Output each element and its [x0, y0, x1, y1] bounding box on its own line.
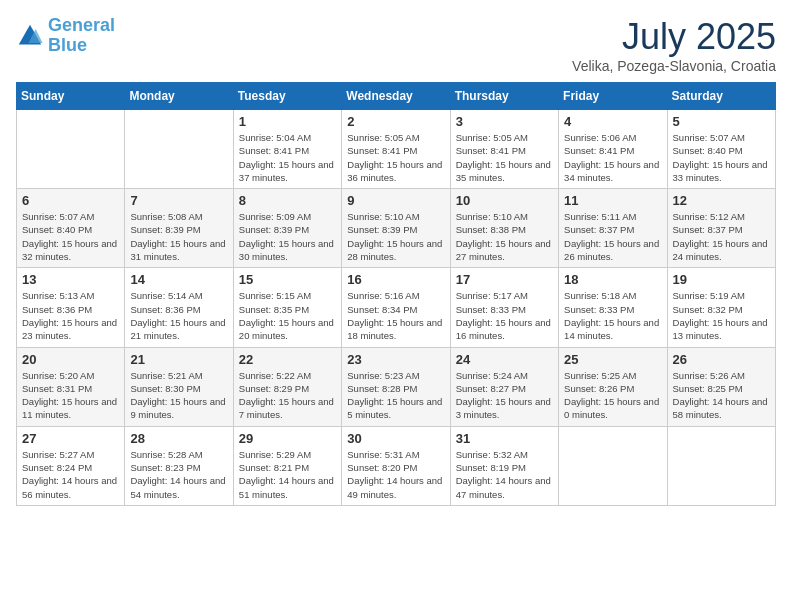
day-info: Sunrise: 5:20 AM Sunset: 8:31 PM Dayligh… — [22, 369, 119, 422]
day-info: Sunrise: 5:17 AM Sunset: 8:33 PM Dayligh… — [456, 289, 553, 342]
day-number: 24 — [456, 352, 553, 367]
calendar-cell: 25Sunrise: 5:25 AM Sunset: 8:26 PM Dayli… — [559, 347, 667, 426]
day-number: 19 — [673, 272, 770, 287]
calendar-cell — [559, 426, 667, 505]
day-number: 23 — [347, 352, 444, 367]
day-info: Sunrise: 5:32 AM Sunset: 8:19 PM Dayligh… — [456, 448, 553, 501]
day-info: Sunrise: 5:25 AM Sunset: 8:26 PM Dayligh… — [564, 369, 661, 422]
calendar-week-row: 1Sunrise: 5:04 AM Sunset: 8:41 PM Daylig… — [17, 110, 776, 189]
day-number: 9 — [347, 193, 444, 208]
day-info: Sunrise: 5:18 AM Sunset: 8:33 PM Dayligh… — [564, 289, 661, 342]
day-number: 12 — [673, 193, 770, 208]
day-number: 5 — [673, 114, 770, 129]
day-info: Sunrise: 5:16 AM Sunset: 8:34 PM Dayligh… — [347, 289, 444, 342]
calendar-cell: 7Sunrise: 5:08 AM Sunset: 8:39 PM Daylig… — [125, 189, 233, 268]
day-number: 26 — [673, 352, 770, 367]
weekday-header-cell: Saturday — [667, 83, 775, 110]
calendar-week-row: 27Sunrise: 5:27 AM Sunset: 8:24 PM Dayli… — [17, 426, 776, 505]
calendar-cell: 11Sunrise: 5:11 AM Sunset: 8:37 PM Dayli… — [559, 189, 667, 268]
day-number: 27 — [22, 431, 119, 446]
day-number: 22 — [239, 352, 336, 367]
day-number: 10 — [456, 193, 553, 208]
day-number: 18 — [564, 272, 661, 287]
calendar-cell: 10Sunrise: 5:10 AM Sunset: 8:38 PM Dayli… — [450, 189, 558, 268]
day-info: Sunrise: 5:07 AM Sunset: 8:40 PM Dayligh… — [22, 210, 119, 263]
logo-icon — [16, 22, 44, 50]
day-info: Sunrise: 5:11 AM Sunset: 8:37 PM Dayligh… — [564, 210, 661, 263]
day-info: Sunrise: 5:08 AM Sunset: 8:39 PM Dayligh… — [130, 210, 227, 263]
day-info: Sunrise: 5:14 AM Sunset: 8:36 PM Dayligh… — [130, 289, 227, 342]
calendar-cell: 23Sunrise: 5:23 AM Sunset: 8:28 PM Dayli… — [342, 347, 450, 426]
weekday-header-cell: Monday — [125, 83, 233, 110]
day-info: Sunrise: 5:26 AM Sunset: 8:25 PM Dayligh… — [673, 369, 770, 422]
weekday-header-row: SundayMondayTuesdayWednesdayThursdayFrid… — [17, 83, 776, 110]
day-number: 20 — [22, 352, 119, 367]
day-number: 17 — [456, 272, 553, 287]
calendar-cell: 13Sunrise: 5:13 AM Sunset: 8:36 PM Dayli… — [17, 268, 125, 347]
day-number: 25 — [564, 352, 661, 367]
calendar-cell: 22Sunrise: 5:22 AM Sunset: 8:29 PM Dayli… — [233, 347, 341, 426]
calendar-cell: 20Sunrise: 5:20 AM Sunset: 8:31 PM Dayli… — [17, 347, 125, 426]
day-info: Sunrise: 5:05 AM Sunset: 8:41 PM Dayligh… — [347, 131, 444, 184]
day-info: Sunrise: 5:31 AM Sunset: 8:20 PM Dayligh… — [347, 448, 444, 501]
calendar-cell: 31Sunrise: 5:32 AM Sunset: 8:19 PM Dayli… — [450, 426, 558, 505]
day-info: Sunrise: 5:23 AM Sunset: 8:28 PM Dayligh… — [347, 369, 444, 422]
calendar-cell: 26Sunrise: 5:26 AM Sunset: 8:25 PM Dayli… — [667, 347, 775, 426]
day-number: 31 — [456, 431, 553, 446]
day-number: 29 — [239, 431, 336, 446]
logo-text: General Blue — [48, 16, 115, 56]
logo-general: General — [48, 15, 115, 35]
logo-blue: Blue — [48, 35, 87, 55]
day-number: 13 — [22, 272, 119, 287]
calendar-cell: 17Sunrise: 5:17 AM Sunset: 8:33 PM Dayli… — [450, 268, 558, 347]
calendar-cell: 15Sunrise: 5:15 AM Sunset: 8:35 PM Dayli… — [233, 268, 341, 347]
calendar-week-row: 20Sunrise: 5:20 AM Sunset: 8:31 PM Dayli… — [17, 347, 776, 426]
calendar-body: 1Sunrise: 5:04 AM Sunset: 8:41 PM Daylig… — [17, 110, 776, 506]
calendar-cell: 6Sunrise: 5:07 AM Sunset: 8:40 PM Daylig… — [17, 189, 125, 268]
day-info: Sunrise: 5:07 AM Sunset: 8:40 PM Dayligh… — [673, 131, 770, 184]
calendar-cell: 21Sunrise: 5:21 AM Sunset: 8:30 PM Dayli… — [125, 347, 233, 426]
calendar-cell: 30Sunrise: 5:31 AM Sunset: 8:20 PM Dayli… — [342, 426, 450, 505]
calendar-cell: 3Sunrise: 5:05 AM Sunset: 8:41 PM Daylig… — [450, 110, 558, 189]
title-area: July 2025 Velika, Pozega-Slavonia, Croat… — [572, 16, 776, 74]
day-number: 1 — [239, 114, 336, 129]
day-number: 4 — [564, 114, 661, 129]
header: General Blue July 2025 Velika, Pozega-Sl… — [16, 16, 776, 74]
weekday-header-cell: Friday — [559, 83, 667, 110]
day-info: Sunrise: 5:06 AM Sunset: 8:41 PM Dayligh… — [564, 131, 661, 184]
day-info: Sunrise: 5:21 AM Sunset: 8:30 PM Dayligh… — [130, 369, 227, 422]
weekday-header-cell: Tuesday — [233, 83, 341, 110]
day-number: 14 — [130, 272, 227, 287]
day-info: Sunrise: 5:13 AM Sunset: 8:36 PM Dayligh… — [22, 289, 119, 342]
month-title: July 2025 — [572, 16, 776, 58]
day-info: Sunrise: 5:10 AM Sunset: 8:38 PM Dayligh… — [456, 210, 553, 263]
day-number: 28 — [130, 431, 227, 446]
day-number: 3 — [456, 114, 553, 129]
calendar-cell: 24Sunrise: 5:24 AM Sunset: 8:27 PM Dayli… — [450, 347, 558, 426]
calendar-cell: 16Sunrise: 5:16 AM Sunset: 8:34 PM Dayli… — [342, 268, 450, 347]
weekday-header-cell: Sunday — [17, 83, 125, 110]
location-title: Velika, Pozega-Slavonia, Croatia — [572, 58, 776, 74]
day-info: Sunrise: 5:19 AM Sunset: 8:32 PM Dayligh… — [673, 289, 770, 342]
day-info: Sunrise: 5:22 AM Sunset: 8:29 PM Dayligh… — [239, 369, 336, 422]
calendar-cell — [125, 110, 233, 189]
weekday-header-cell: Wednesday — [342, 83, 450, 110]
day-info: Sunrise: 5:09 AM Sunset: 8:39 PM Dayligh… — [239, 210, 336, 263]
logo: General Blue — [16, 16, 115, 56]
day-number: 21 — [130, 352, 227, 367]
calendar-cell — [17, 110, 125, 189]
day-number: 2 — [347, 114, 444, 129]
calendar-cell: 4Sunrise: 5:06 AM Sunset: 8:41 PM Daylig… — [559, 110, 667, 189]
day-info: Sunrise: 5:27 AM Sunset: 8:24 PM Dayligh… — [22, 448, 119, 501]
calendar-cell: 8Sunrise: 5:09 AM Sunset: 8:39 PM Daylig… — [233, 189, 341, 268]
calendar-cell: 14Sunrise: 5:14 AM Sunset: 8:36 PM Dayli… — [125, 268, 233, 347]
calendar-cell: 19Sunrise: 5:19 AM Sunset: 8:32 PM Dayli… — [667, 268, 775, 347]
day-number: 7 — [130, 193, 227, 208]
day-info: Sunrise: 5:04 AM Sunset: 8:41 PM Dayligh… — [239, 131, 336, 184]
calendar-cell: 1Sunrise: 5:04 AM Sunset: 8:41 PM Daylig… — [233, 110, 341, 189]
calendar-cell: 9Sunrise: 5:10 AM Sunset: 8:39 PM Daylig… — [342, 189, 450, 268]
day-info: Sunrise: 5:29 AM Sunset: 8:21 PM Dayligh… — [239, 448, 336, 501]
day-info: Sunrise: 5:05 AM Sunset: 8:41 PM Dayligh… — [456, 131, 553, 184]
calendar-cell: 18Sunrise: 5:18 AM Sunset: 8:33 PM Dayli… — [559, 268, 667, 347]
day-info: Sunrise: 5:24 AM Sunset: 8:27 PM Dayligh… — [456, 369, 553, 422]
